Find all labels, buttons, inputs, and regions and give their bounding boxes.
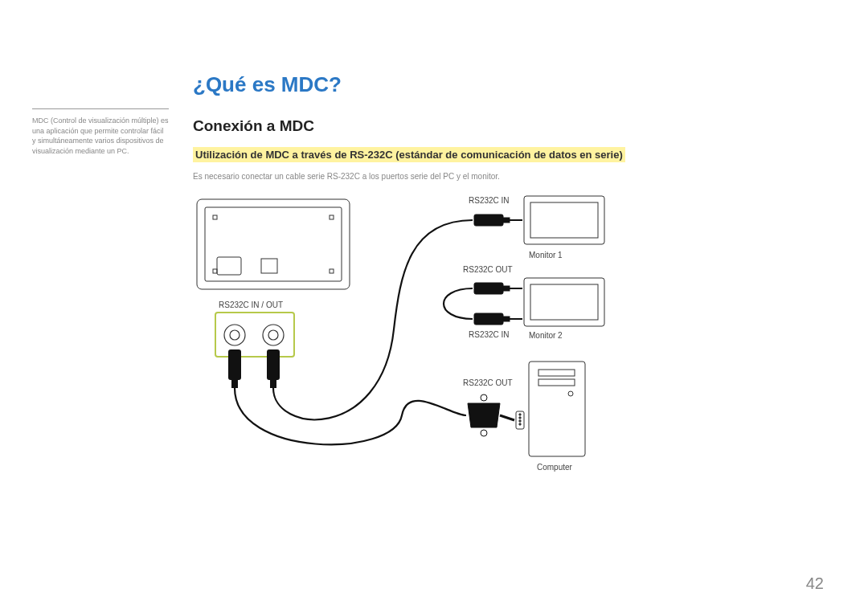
svg-rect-38: [228, 349, 241, 380]
svg-rect-41: [270, 380, 276, 388]
label-monitor-2: Monitor 2: [529, 331, 563, 340]
svg-rect-8: [215, 313, 294, 357]
svg-line-37: [500, 415, 514, 420]
label-monitor-1: Monitor 1: [529, 251, 563, 260]
svg-rect-40: [267, 349, 280, 380]
svg-rect-27: [538, 370, 575, 376]
label-rs-out-2: RS232C OUT: [463, 378, 513, 387]
svg-point-32: [519, 417, 521, 419]
svg-rect-24: [503, 317, 510, 321]
svg-point-31: [519, 414, 521, 415]
svg-rect-39: [231, 380, 238, 388]
svg-rect-7: [261, 259, 277, 273]
section-subtitle: Conexión a MDC: [193, 117, 820, 135]
label-rs-in-1: RS232C IN: [469, 196, 510, 205]
svg-point-34: [519, 423, 521, 425]
svg-rect-20: [474, 283, 503, 294]
svg-rect-6: [217, 257, 241, 275]
svg-rect-16: [530, 284, 598, 320]
label-computer: Computer: [537, 463, 572, 472]
section-description: Es necesario conectar un cable serie RS-…: [193, 172, 820, 181]
svg-point-9: [224, 325, 245, 345]
svg-rect-3: [330, 215, 334, 219]
svg-rect-28: [538, 379, 575, 386]
svg-rect-1: [205, 207, 342, 281]
document-page: MDC (Control de visualización múltiple) …: [0, 0, 868, 613]
sidebar-note-text: MDC (Control de visualización múltiple) …: [32, 116, 169, 155]
page-title: ¿Qué es MDC?: [193, 72, 820, 97]
svg-rect-4: [213, 269, 217, 273]
svg-rect-0: [197, 199, 350, 289]
label-rs-out-1: RS232C OUT: [463, 265, 513, 274]
label-port-panel: RS232C IN / OUT: [219, 300, 283, 309]
main-content: ¿Qué es MDC? Conexión a MDC Utilización …: [193, 72, 820, 498]
label-rs-in-2: RS232C IN: [469, 330, 510, 339]
svg-point-10: [230, 330, 240, 340]
svg-rect-5: [330, 269, 334, 273]
svg-rect-21: [503, 286, 510, 291]
svg-point-35: [481, 394, 487, 401]
svg-rect-23: [474, 313, 503, 325]
sidebar-note: MDC (Control de visualización múltiple) …: [32, 108, 169, 156]
connection-diagram: RS232C IN / OUT RS232C IN RS232C OUT RS2…: [193, 193, 643, 498]
svg-point-29: [568, 391, 573, 396]
svg-rect-18: [503, 218, 510, 223]
svg-rect-2: [213, 215, 217, 219]
svg-rect-15: [524, 278, 604, 326]
svg-rect-14: [530, 202, 598, 238]
svg-point-12: [268, 330, 278, 340]
svg-rect-13: [524, 196, 604, 244]
svg-point-11: [263, 325, 284, 345]
svg-point-36: [481, 430, 487, 436]
svg-point-33: [519, 420, 521, 422]
diagram-svg: [193, 193, 643, 498]
svg-rect-17: [474, 215, 503, 226]
page-number: 42: [806, 574, 824, 593]
subheading-highlight: Utilización de MDC a través de RS-232C (…: [193, 147, 625, 162]
